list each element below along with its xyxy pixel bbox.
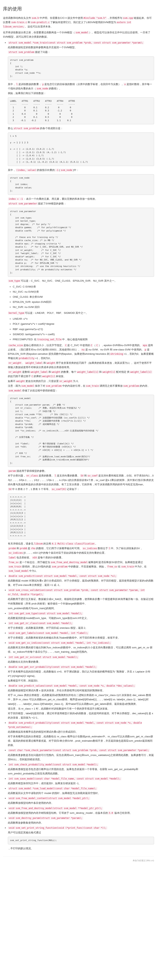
paragraph: 那么struct svm_problem的各个组成部分是： bbox=[8, 126, 154, 130]
code-inline: svm-predict.c bbox=[30, 21, 50, 24]
list-item: void svm_set_print_string_function(void … bbox=[8, 826, 154, 851]
list-item: int svm_get_svm_type(const struct svm_mo… bbox=[8, 611, 154, 620]
list-item: int svm_get_nr_sv(const struct svm_model… bbox=[8, 655, 154, 664]
function-desc: 此函数将模型保存到文件中；成功返回0，如果发生错误返回 -1。 bbox=[8, 781, 154, 786]
function-desc: 对于分类模型，此函数将标签的名称输出到名为label的数组中。对于回归和单分类模… bbox=[8, 636, 154, 640]
paragraph: struct svm_parameter描述了SVM模型的参数： bbox=[8, 202, 154, 206]
function-desc: 用户可以指定其输出格式通过 bbox=[8, 830, 154, 835]
function-signature: int svm_get_nr_class(const svm_model *mo… bbox=[8, 622, 73, 625]
function-desc: 此函数返回从文件中读取的到个 model 的指针，如果模型无法加载则返回空指针。 bbox=[8, 791, 154, 795]
list-item: int svm_check_probability_model(const st… bbox=[8, 762, 154, 776]
code-block: svm_set_print_string_function(NULL); bbox=[8, 837, 154, 844]
code-block: struct svm_model { struct svm_parameter … bbox=[8, 395, 154, 467]
code-block: struct svm_parameter { int svm_type; int… bbox=[8, 208, 154, 277]
code-inline: svm-train.c bbox=[11, 21, 28, 24]
function-signature: void svm_get_labels(const svm_model *mod… bbox=[8, 632, 89, 635]
code-block: struct svm_problem { int l; double *y; s… bbox=[8, 56, 154, 80]
list-item: void svm_get_labels(const svm_model *mod… bbox=[8, 631, 154, 640]
paragraph: 对于回归模型，label[0]是回归值，通过对求使用模型计算的x的函数值，也就是… bbox=[8, 711, 154, 720]
code-inline: #include "svm.h" bbox=[83, 16, 107, 20]
paragraph: param描述用于获得模型的参数。 bbox=[8, 469, 154, 473]
function-desc: 此函数用于进行交叉验证。数据被分成nr_fold次。根据给定的参数，使用剩余折叠… bbox=[8, 597, 154, 606]
paragraph: 其中，l是训练数据的数量；y是包含它们的目标值的数组（分类中的数字标签，在回归中… bbox=[8, 82, 154, 91]
code-block: LABEL ATTR1 ATTR2 ATTR3 ATTR4 ATTR5 ----… bbox=[8, 97, 154, 124]
footer: 来自为此笔记 (Wiz.cn) bbox=[3, 856, 154, 864]
function-signature: int svm_save_model(const char *model_fil… bbox=[8, 777, 122, 780]
paragraph: probA和probB是rho的数组，它们用于计算概率输出时可用。sv_indi… bbox=[8, 546, 154, 555]
list-item: int svm_get_nr_class(const svm_model *mo… bbox=[8, 621, 154, 630]
list-item: int svm_save_model(const char *model_fil… bbox=[8, 776, 154, 786]
function-signature: int svm_get_svm_type(const struct svm_mo… bbox=[8, 612, 83, 615]
list-item: SIGMOID: tanh(gamma*u'*v + coef0) bbox=[13, 332, 154, 337]
function-signature: void svm_set_print_string_function(void … bbox=[8, 826, 107, 829]
code-inline: svm.h bbox=[31, 16, 40, 20]
paragraph: ，不打印的默认情况。 bbox=[8, 846, 154, 851]
function-signature: struct svm_model *svm_train(const struct… bbox=[8, 41, 144, 44]
paragraph: 例如，如果我们有以下训练数据： bbox=[8, 91, 154, 95]
function-desc: 此函数将支持向量的索引输出到称为sv_indices的数组中。sv_indice… bbox=[8, 646, 154, 654]
function-signature: void svm_free_and_destroy_model(struct s… bbox=[8, 807, 103, 810]
function-signature: double svm_get_svr_probability(const str… bbox=[8, 665, 97, 668]
function-signature: double svm_predict_probability(const str… bbox=[8, 721, 142, 729]
paragraph: 对于 nr_class 类的分类模型，此函数返回x的预测类别并给出二进制分类器的… bbox=[8, 693, 154, 706]
list-item: const char *svm_check_parameter(const st… bbox=[8, 748, 154, 762]
paragraph: 如果不weight更改任何类的罚分，只需设置nr_weight为 0。 bbox=[8, 379, 154, 383]
code-block: struct svm_node { int index; double valu… bbox=[8, 174, 154, 195]
list-item: LINEAR: u'*v bbox=[13, 317, 154, 321]
list-item: struct svm_model *svm_load_model(const c… bbox=[8, 786, 154, 795]
function-desc: 此函数给出支持向量的数量。 bbox=[8, 660, 154, 664]
paragraph: struct svm_problem描述了问题： bbox=[8, 50, 154, 54]
function-desc: 此函数根据模型对测试向量 x 提供决策值，并在分类器程序以给时能返回的预测标签。 bbox=[8, 688, 154, 693]
function-signature: struct svm_model *svm_load_model(const c… bbox=[8, 787, 97, 790]
paragraph: 其中，(index, value)的值指示向量的-1(svm_node)中： bbox=[8, 168, 154, 172]
list-item: EPSILON_SVR: epsilon-SVM回归 bbox=[13, 300, 154, 304]
paragraph: nr_weight、weight_label和weight用于改变某些类的惩罚因… bbox=[8, 361, 154, 369]
paragraph: kernel_type可以是：LINEAR、POLY、RBF、SIGMOID 其… bbox=[8, 311, 154, 315]
paragraph: 在开将训练数据分类之前，你需要通过函数构造一个SVM模型（svm_model）。… bbox=[3, 30, 154, 39]
paragraph: 如果模型不可用，则返回0。 bbox=[8, 679, 154, 683]
list-item: double svm_predict_probability(const str… bbox=[8, 721, 154, 748]
list-item: double svm_predict(const struct svm_mode… bbox=[8, 574, 154, 587]
code-inline: svm_model bbox=[75, 31, 89, 34]
function-desc: 此函数释放模型使用的内存并销毁模型结构。它等效于 svm_destroy_mod… bbox=[8, 811, 154, 815]
code-block: +-+-+-+-+--+ |1|1|2|2| | |v|v|v|v| | |0|… bbox=[8, 493, 154, 540]
function-desc: 此函数释放参数集使用的内存。 bbox=[8, 821, 154, 825]
paragraph: nr_weight是数组weight_label和weight的数量。每个wei… bbox=[8, 370, 154, 379]
list-item: void svm_destroy_param(struct svm_parame… bbox=[8, 816, 154, 825]
function-signature: void svm_destroy_param(struct svm_parame… bbox=[8, 816, 83, 820]
list-item: RBF: exp(-gamma*|u-v|^2) bbox=[13, 327, 154, 331]
paragraph: svm_problem的格式与svm_train()的相同。 bbox=[8, 606, 154, 611]
list-item: POLY: (gamma*u'*v + coef0)^degree bbox=[13, 322, 154, 326]
function-signature: double svm_predict(const struct svm_mode… bbox=[8, 574, 117, 578]
list-item: NU_SVC: nu-SVM分类 bbox=[13, 290, 154, 294]
paragraph: SV中 0 类有 2 个，1 类有 3 个等等。sv_coef[0]记录如下： bbox=[8, 487, 154, 492]
paragraph: index = -1：表示一个向量的元素。用元素，要比完整的和来存放一份有效。 bbox=[8, 197, 154, 201]
list-item: NU_SVR: nu-SVM 回归 bbox=[13, 305, 154, 309]
paragraph: cache_size是核心缓存的大小，以兆字节指定。C是 C_SVC 中使用的C… bbox=[8, 343, 154, 360]
function-signature: void svm_free_model_content(struct svm_m… bbox=[8, 797, 90, 800]
list-item: void svm_cross_validation(const struct s… bbox=[8, 588, 154, 610]
list-item: PRECOMPUTED: 在training_set_file中，核心值是内核矩… bbox=[13, 337, 154, 342]
paragraph: 对于具有概率信息的分类模型，此函数给出 nr_class 概率估计在数组prob… bbox=[8, 734, 154, 747]
code-block: l = 5 y -> 1 2 1 2 3 x -> [ ] -> (2,0.1)… bbox=[8, 132, 154, 166]
paragraph: 请注意，当 nr_class = 1 时，此函数针对训练数据中只有一个类的异常情… bbox=[8, 706, 154, 711]
code-inline: svm.cpp bbox=[122, 16, 134, 20]
list-item: double svm_predict_values(const svm_mode… bbox=[8, 684, 154, 720]
function-desc: 对于分类模型，此函数返回类数。对于回归或 oneclass 模型，返回 2。 bbox=[8, 626, 154, 630]
function-desc: 此函数根据 model 对测试向量x 进行分类或回归。对于分类模型，返回x的预测… bbox=[8, 579, 154, 587]
page-title: 库的使用 bbox=[3, 5, 154, 13]
paragraph: label包含类标签。nSV是每个类的SV的数量。 bbox=[8, 555, 154, 560]
list-item: ONE_CLASS: 单分类SVM bbox=[13, 295, 154, 299]
function-signature: int svm_get_nr_sv(const struct svm_model… bbox=[8, 655, 79, 659]
intro-paragraph: 这些函数和结构在头文件svm.h中声明。你需要在C/C++源文件中使用#incl… bbox=[3, 16, 154, 29]
function-desc: 此函数根据具有概率信息的模型对测试向量x进行分类或回归。 bbox=[8, 730, 154, 734]
list-item: void svm_free_model_content(struct svm_m… bbox=[8, 796, 154, 805]
paragraph: svm_type可以是：C_SVC、NU_SVC、ONE_CLASS、EPSIL… bbox=[8, 279, 154, 283]
function-signature: const char *svm_check_parameter(const st… bbox=[8, 749, 150, 752]
function-desc: 此函数返回的是model的svm_type。可能的svm_type值在svm.h… bbox=[8, 616, 154, 620]
function-signature: void svm_get_sv_indices(const struct svm… bbox=[8, 641, 112, 644]
note-paragraph: 注意：因为svm_model保存了对svm_problem中的内容的引用，在sv… bbox=[8, 384, 154, 388]
function-signature: double svm_predict_values(const svm_mode… bbox=[8, 684, 136, 687]
function-desc: 此函数检查参数是否在问题的可行范围内。应先在调用svm_train()和svm_… bbox=[8, 753, 154, 762]
function-desc: 对于具有概率信息的回归模型，此函数输出 σ>0。对于测试数据，我们认为目标值的概… bbox=[8, 670, 154, 678]
